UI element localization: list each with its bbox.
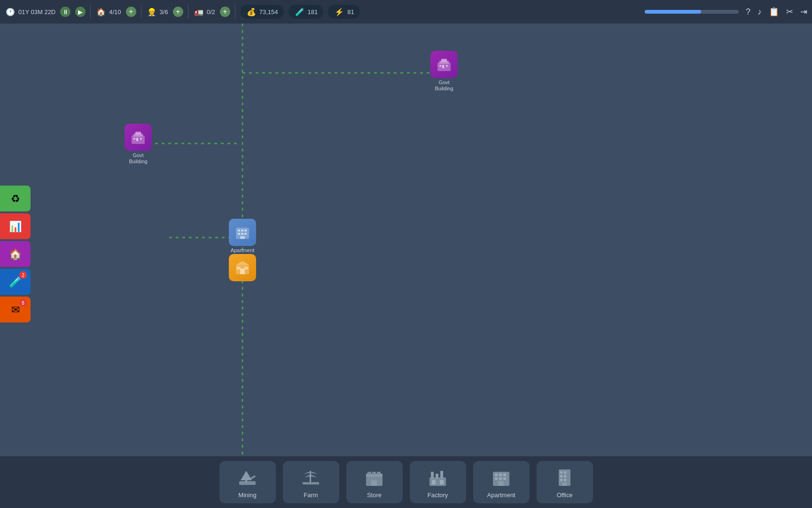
housing-icon: 🏠 bbox=[9, 248, 22, 260]
energy-display: ⚡ 81 bbox=[328, 5, 359, 19]
money-value: 73,154 bbox=[259, 8, 278, 16]
svg-rect-7 bbox=[442, 65, 444, 68]
money-icon: 💰 bbox=[246, 6, 257, 17]
svg-rect-9 bbox=[439, 65, 441, 67]
svg-rect-51 bbox=[499, 477, 502, 480]
svg-rect-49 bbox=[503, 474, 506, 476]
store-bottom-icon bbox=[363, 466, 386, 489]
house-icon: 🏠 bbox=[95, 6, 107, 17]
science-badge: 2 bbox=[19, 271, 27, 279]
svg-rect-55 bbox=[560, 471, 562, 474]
svg-rect-58 bbox=[564, 475, 566, 477]
svg-rect-53 bbox=[498, 481, 504, 486]
divider-2 bbox=[141, 5, 141, 19]
build-apartment[interactable]: Apartment bbox=[473, 461, 530, 503]
farm-label: Farm bbox=[304, 492, 318, 499]
svg-rect-43 bbox=[440, 471, 443, 478]
svg-rect-33 bbox=[303, 482, 319, 484]
help-button[interactable]: ? bbox=[746, 7, 750, 17]
sidebar-tab-mail[interactable]: ✉ 8 bbox=[0, 297, 31, 323]
svg-rect-13 bbox=[136, 138, 138, 141]
mail-badge: 8 bbox=[19, 299, 27, 307]
svg-rect-25 bbox=[240, 269, 245, 274]
govt1-box bbox=[430, 51, 458, 78]
building-apartment1[interactable]: Apartment bbox=[229, 219, 256, 254]
sidebar-tab-stats[interactable]: 📊 bbox=[0, 214, 31, 239]
progress-fill bbox=[645, 10, 701, 14]
add-house-button[interactable]: + bbox=[126, 7, 136, 17]
office-label: Office bbox=[557, 492, 573, 499]
svg-marker-30 bbox=[241, 471, 252, 480]
divider-1 bbox=[90, 5, 91, 19]
svg-rect-37 bbox=[372, 472, 376, 475]
add-truck-button[interactable]: + bbox=[220, 7, 230, 17]
govt1-label: GovtBuilding bbox=[435, 79, 453, 92]
science-value: 181 bbox=[308, 8, 318, 16]
build-factory[interactable]: Factory bbox=[410, 461, 466, 503]
houses-counter: 🏠 4/10 bbox=[95, 6, 121, 17]
top-bar: 🕐 01Y 03M 22D ⏸ ▶ 🏠 4/10 + 👷 3/6 + 🚛 0/2… bbox=[0, 0, 812, 24]
svg-rect-36 bbox=[367, 472, 371, 475]
svg-rect-19 bbox=[244, 230, 247, 231]
apartment1-box bbox=[229, 219, 256, 246]
factory-icon bbox=[426, 466, 450, 489]
map-svg bbox=[0, 24, 812, 456]
build-farm[interactable]: Farm bbox=[283, 461, 339, 503]
building-store1[interactable] bbox=[229, 254, 256, 281]
sidebar-tab-housing[interactable]: 🏠 bbox=[0, 241, 31, 267]
svg-rect-57 bbox=[560, 475, 562, 477]
truck-icon: 🚛 bbox=[193, 6, 204, 17]
build-store[interactable]: Store bbox=[346, 461, 403, 503]
sidebar-tab-science[interactable]: 🧪 2 bbox=[0, 269, 31, 295]
screenshot-button[interactable]: 📋 bbox=[769, 7, 779, 17]
govt-building-icon bbox=[436, 56, 453, 73]
music-button[interactable]: ♪ bbox=[757, 7, 762, 17]
svg-rect-28 bbox=[239, 481, 256, 485]
svg-rect-45 bbox=[440, 480, 444, 484]
svg-rect-18 bbox=[241, 230, 243, 231]
build-office[interactable]: Office bbox=[537, 461, 593, 503]
building-govt1[interactable]: GovtBuilding bbox=[430, 51, 458, 92]
farm-icon bbox=[299, 466, 323, 489]
houses-value: 4/10 bbox=[109, 8, 121, 16]
svg-rect-38 bbox=[377, 472, 381, 475]
store1-box bbox=[229, 254, 256, 281]
svg-rect-44 bbox=[432, 480, 436, 484]
bottom-bar: Mining Farm Store bbox=[0, 456, 812, 508]
add-worker-button[interactable]: + bbox=[173, 7, 183, 17]
svg-rect-48 bbox=[499, 474, 502, 476]
mining-icon bbox=[236, 466, 259, 489]
svg-rect-41 bbox=[431, 472, 434, 478]
play-button[interactable]: ▶ bbox=[75, 7, 86, 17]
svg-rect-50 bbox=[495, 477, 498, 480]
svg-rect-14 bbox=[140, 138, 142, 140]
workers-value: 3/6 bbox=[160, 8, 168, 16]
build-mining[interactable]: Mining bbox=[219, 461, 276, 503]
progress-bar bbox=[645, 10, 739, 14]
building-govt2[interactable]: GovtBuilding bbox=[125, 124, 152, 165]
svg-rect-39 bbox=[371, 480, 377, 486]
apartment-icon bbox=[234, 224, 251, 241]
pause-button[interactable]: ⏸ bbox=[60, 7, 70, 17]
svg-rect-31 bbox=[250, 475, 256, 479]
apartment1-label: Apartment bbox=[231, 247, 255, 254]
sidebar-tab-refresh[interactable]: ♻ bbox=[0, 186, 31, 212]
logout-button[interactable]: ⇥ bbox=[800, 7, 807, 17]
svg-rect-60 bbox=[564, 479, 566, 481]
svg-rect-59 bbox=[560, 479, 562, 481]
mail-icon: ✉ bbox=[11, 303, 20, 316]
svg-rect-22 bbox=[244, 233, 247, 235]
mining-label: Mining bbox=[238, 492, 256, 499]
workers-counter: 👷 3/6 bbox=[146, 6, 168, 17]
stats-icon: 📊 bbox=[9, 220, 22, 232]
factory-label: Factory bbox=[428, 492, 448, 499]
scissors-button[interactable]: ✂ bbox=[786, 7, 793, 17]
apartment-bottom-icon bbox=[490, 466, 513, 489]
science-icon: 🧪 bbox=[294, 6, 305, 17]
svg-rect-15 bbox=[133, 138, 135, 140]
energy-icon: ⚡ bbox=[334, 6, 345, 17]
energy-value: 81 bbox=[347, 8, 354, 16]
svg-rect-21 bbox=[241, 233, 243, 235]
game-map[interactable]: GovtBuilding GovtBuilding bbox=[0, 24, 812, 456]
svg-rect-23 bbox=[240, 236, 245, 239]
